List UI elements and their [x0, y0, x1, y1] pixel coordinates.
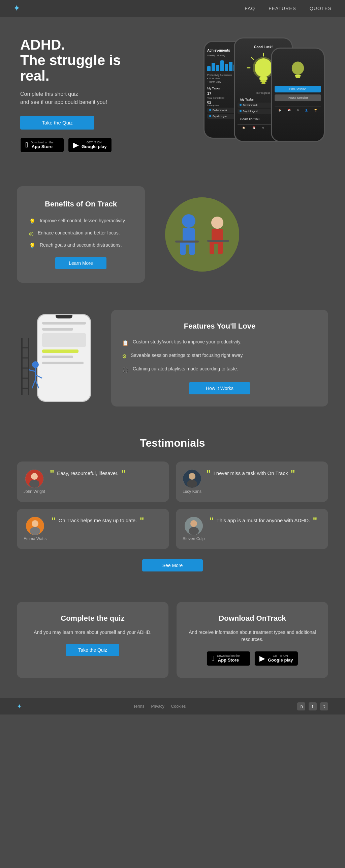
footer: ✦ Terms Privacy Cookies in f t [0, 698, 345, 715]
google-play-button[interactable]: ▶ GET IT ON Google play [68, 138, 112, 152]
svg-point-31 [32, 361, 39, 368]
navbar: ✦ FAQ FEATURES QUOTES [0, 0, 345, 17]
google-play-text: GET IT ON Google play [82, 141, 106, 149]
testimonial-top-emma: Emma Watts " On Track helps me stay up t… [24, 517, 162, 541]
quiz-cta-card: Complete the quiz And you may learn more… [17, 602, 168, 678]
cta-app-store-button[interactable]:  Download on the App Store [207, 651, 250, 666]
quiz-cta-description: And you may learn more about yourself an… [27, 629, 158, 636]
svg-point-38 [31, 473, 38, 480]
hero-section: ADHD. The struggle is real. Complete thi… [0, 17, 345, 173]
svg-point-13 [165, 197, 239, 272]
svg-point-1 [255, 58, 272, 77]
quiz-cta-button[interactable]: Take the Quiz [66, 644, 119, 656]
take-quiz-button[interactable]: Take the Quiz [20, 116, 94, 130]
svg-rect-18 [175, 241, 199, 243]
nav-quotes[interactable]: QUOTES [310, 6, 332, 11]
download-cta-title: Download OnTrack [187, 614, 318, 623]
phone-large [37, 314, 91, 402]
svg-point-45 [30, 527, 40, 535]
avatar-name-john: John Wright [24, 489, 45, 494]
bottom-cta-section: Complete the quiz And you may learn more… [0, 588, 345, 698]
svg-rect-3 [260, 80, 266, 82]
benefit-item-1: 💡 Improve self-control, lessen hyperacti… [29, 218, 133, 225]
how-it-works-button[interactable]: How it Works [189, 382, 250, 394]
svg-point-14 [182, 214, 195, 228]
svg-line-33 [29, 370, 35, 371]
svg-rect-4 [261, 82, 265, 84]
hero-headline: ADHD. The struggle is real. [20, 37, 135, 84]
see-more-button[interactable]: See More [142, 559, 203, 571]
avatar-lucy [183, 470, 201, 488]
svg-point-10 [292, 61, 304, 75]
quote-emma: " On Track helps me stay up to date. " [51, 517, 144, 525]
store-buttons:  Download on the App Store ▶ GET IT ON … [20, 138, 135, 152]
nav-faq[interactable]: FAQ [245, 6, 255, 11]
svg-line-36 [35, 380, 39, 388]
footer-logo: ✦ [17, 703, 22, 710]
avatar-steven [185, 517, 203, 535]
svg-rect-12 [296, 77, 300, 78]
svg-point-41 [189, 473, 195, 480]
features-title: Features You'll Love [122, 322, 317, 331]
svg-rect-23 [207, 240, 229, 242]
svg-rect-17 [189, 241, 195, 255]
feature-item-2: ⚙ Saveable session settings to start foc… [122, 352, 317, 360]
benefits-title: Benefits of On Track [29, 200, 133, 208]
testimonial-top-lucy: Lucy Kans " I never miss a task with On … [183, 470, 321, 494]
quote-john: " Easy, resourceful, lifesaver. " [50, 470, 126, 477]
download-cta-description: And receive information about treatment … [187, 629, 318, 643]
feature-icon-3: 🎧 [122, 366, 129, 374]
hero-text: ADHD. The struggle is real. Complete thi… [20, 37, 135, 152]
footer-privacy[interactable]: Privacy [151, 704, 164, 709]
feature-item-3: 🎧 Calming curated playlists made accordi… [122, 366, 317, 374]
phone-session: End Session Pause Session 🏠 📅 ⚙ 👤 🏆 [271, 48, 325, 142]
svg-point-42 [187, 480, 197, 488]
testimonial-top-john: John Wright " Easy, resourceful, lifesav… [24, 470, 162, 494]
benefit-icon-3: 💡 [29, 243, 36, 249]
quote-steven: " This app is a must for anyone with ADH… [209, 517, 317, 525]
google-play-icon: ▶ [73, 141, 79, 149]
svg-line-6 [251, 57, 253, 59]
benefit-item-3: 💡 Reach goals and succumb distractions. [29, 242, 133, 249]
social-facebook[interactable]: f [309, 702, 317, 710]
nav-links: FAQ FEATURES QUOTES [245, 6, 332, 11]
benefits-card: Benefits of On Track 💡 Improve self-cont… [17, 186, 145, 283]
footer-cookies[interactable]: Cookies [171, 704, 186, 709]
svg-point-47 [190, 520, 197, 527]
cta-google-play-icon: ▶ [259, 654, 265, 663]
social-twitter[interactable]: t [320, 702, 328, 710]
testimonial-card-john: John Wright " Easy, resourceful, lifesav… [17, 461, 169, 502]
testimonials-section: Testimonials John Wright " Easy, resourc… [0, 420, 345, 588]
avatar-emma [26, 517, 44, 535]
svg-point-44 [32, 520, 38, 527]
avatar-name-lucy: Lucy Kans [183, 489, 201, 494]
feature-icon-2: ⚙ [122, 353, 127, 360]
features-illustration [17, 311, 98, 405]
svg-line-34 [35, 375, 42, 378]
app-store-button[interactable]:  Download on the App Store [20, 138, 64, 152]
testimonial-top-steven: Steven Culp " This app is a must for any… [183, 517, 321, 541]
feature-item-1: 📋 Custom study/work tips to improve your… [122, 339, 317, 347]
hero-phones: Achievements Weekly Monthly Productivity… [203, 37, 325, 152]
download-cta-card: Download OnTrack And receive information… [177, 602, 328, 678]
features-section: Features You'll Love 📋 Custom study/work… [0, 296, 345, 420]
footer-social: in f t [297, 702, 328, 710]
svg-rect-16 [180, 241, 186, 255]
learn-more-button[interactable]: Learn More [55, 257, 106, 269]
benefits-illustration [165, 197, 239, 272]
svg-point-39 [29, 480, 39, 488]
footer-terms[interactable]: Terms [133, 704, 145, 709]
social-linkedin[interactable]: in [297, 702, 305, 710]
avatar-name-emma: Emma Watts [24, 536, 46, 541]
avatar-name-steven: Steven Culp [183, 536, 205, 541]
quote-lucy: " I never miss a task with On Track " [206, 470, 295, 477]
cta-apple-icon:  [212, 654, 214, 663]
svg-point-48 [189, 527, 199, 535]
benefit-icon-1: 💡 [29, 218, 36, 225]
hero-description: Complete this short quizand see if our a… [20, 90, 135, 106]
benefits-section: Benefits of On Track 💡 Improve self-cont… [0, 173, 345, 296]
nav-features[interactable]: FEATURES [269, 6, 296, 11]
cta-google-play-button[interactable]: ▶ GET IT ON Google play [254, 651, 298, 666]
testimonial-card-emma: Emma Watts " On Track helps me stay up t… [17, 509, 169, 549]
svg-rect-11 [295, 75, 301, 77]
